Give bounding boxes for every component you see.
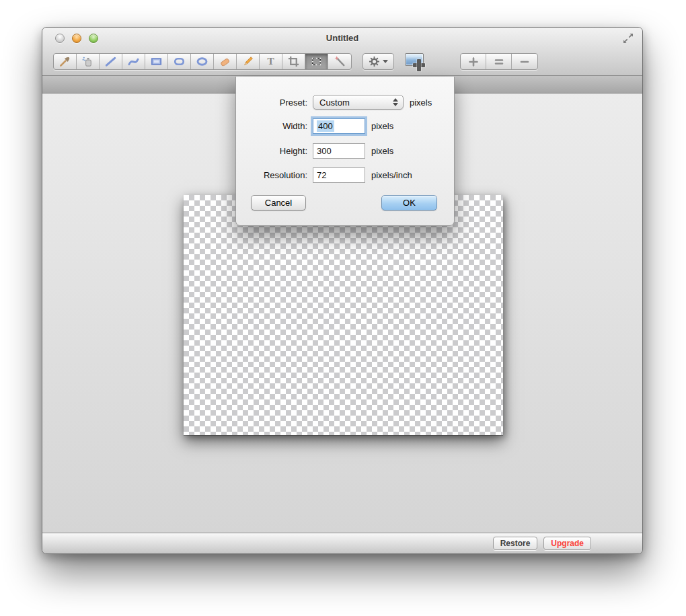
resolution-label: Resolution: (236, 170, 307, 180)
plus-icon (468, 56, 479, 67)
zoom-segmented-control (460, 53, 538, 70)
transparent-canvas[interactable] (184, 195, 503, 435)
tool-pencil[interactable] (237, 54, 260, 69)
close-button[interactable] (55, 34, 65, 43)
width-field[interactable]: 400 (313, 118, 365, 134)
selection-marquee-icon (310, 55, 323, 68)
tool-text[interactable]: T (260, 54, 282, 69)
zoom-in-button[interactable] (461, 54, 486, 69)
width-suffix: pixels (371, 121, 393, 131)
resolution-field[interactable]: 72 (313, 167, 365, 183)
tool-eyedropper[interactable] (54, 54, 77, 69)
app-window: Untitled (42, 27, 643, 554)
tool-rectangle[interactable] (145, 54, 168, 69)
toolbar: T (42, 48, 642, 76)
zoom-window-button[interactable] (89, 34, 98, 43)
resolution-value: 72 (317, 170, 326, 180)
height-field[interactable]: 300 (313, 143, 365, 159)
height-label: Height: (236, 146, 307, 156)
eraser-icon (219, 55, 231, 68)
tool-spray-can[interactable] (77, 54, 100, 69)
traffic-lights (55, 34, 98, 43)
tool-rounded-rectangle[interactable] (168, 54, 191, 69)
tool-rectangular-selection[interactable] (305, 54, 328, 69)
window-chrome: Untitled (42, 28, 642, 76)
text-tool-icon: T (264, 55, 277, 68)
eyedropper-icon (59, 55, 71, 68)
pencil-icon (241, 55, 254, 68)
add-image-button[interactable] (405, 52, 429, 72)
tool-magic-wand[interactable] (328, 54, 351, 69)
width-label: Width: (236, 121, 307, 131)
new-image-sheet: Preset: Custom pixels Width: 400 pixels … (235, 77, 455, 226)
height-suffix: pixels (371, 146, 393, 156)
gear-icon (369, 56, 379, 67)
tools-segmented-control: T (53, 53, 352, 70)
rectangle-icon (150, 55, 163, 68)
crop-icon (287, 55, 300, 68)
tool-line[interactable] (100, 54, 122, 69)
preset-label: Preset: (236, 98, 307, 108)
window-title: Untitled (326, 33, 358, 43)
svg-text:T: T (267, 55, 274, 67)
preset-value: Custom (319, 98, 350, 108)
chevron-down-icon (383, 60, 388, 63)
tool-crop[interactable] (282, 54, 305, 69)
width-value: 400 (317, 120, 334, 132)
actual-size-button[interactable] (486, 54, 512, 69)
ok-button[interactable]: OK (381, 195, 437, 210)
preset-suffix: pixels (410, 98, 432, 108)
minus-icon (519, 56, 530, 67)
titlebar[interactable]: Untitled (42, 28, 642, 48)
ellipse-icon (196, 55, 208, 68)
fullscreen-arrows-icon[interactable] (623, 33, 634, 44)
rounded-rectangle-icon (173, 55, 186, 68)
tool-eraser[interactable] (214, 54, 237, 69)
footer-bar: Restore Upgrade (42, 533, 642, 553)
resolution-suffix: pixels/inch (371, 170, 412, 180)
cancel-button[interactable]: Cancel (251, 195, 306, 210)
zoom-out-button[interactable] (512, 54, 537, 69)
curve-icon (127, 55, 140, 68)
equals-icon (494, 56, 504, 67)
upgrade-button[interactable]: Upgrade (543, 537, 591, 550)
tool-curve[interactable] (122, 54, 145, 69)
line-icon (104, 55, 117, 68)
minimize-button[interactable] (72, 34, 81, 43)
preset-popup[interactable]: Custom (313, 95, 404, 110)
restore-button[interactable]: Restore (493, 537, 538, 550)
spray-can-icon (81, 55, 94, 68)
popup-arrows-icon (393, 98, 398, 106)
height-value: 300 (317, 146, 332, 156)
tool-ellipse[interactable] (191, 54, 214, 69)
gear-menu-button[interactable] (363, 53, 394, 70)
magic-wand-icon (334, 55, 346, 68)
